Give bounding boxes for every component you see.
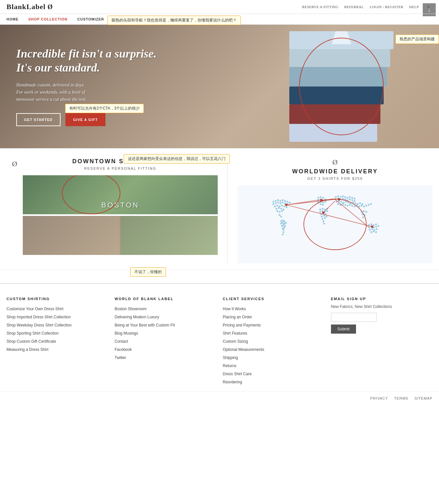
footer-link-facebook[interactable]: Facebook [115,347,132,352]
svg-rect-117 [363,206,365,207]
svg-rect-112 [351,205,353,206]
svg-rect-55 [324,201,326,203]
email-submit-button[interactable]: Submit [331,325,356,334]
svg-line-144 [286,199,335,205]
list-item: Contact [115,338,216,344]
svg-rect-54 [322,202,324,203]
svg-rect-37 [281,225,283,227]
showroom-aerial-image[interactable]: BOSTON [23,175,218,214]
svg-rect-4 [282,199,283,201]
footer-link-weekday[interactable]: Shop Weekday Dress Shirt Collection [7,323,72,327]
svg-rect-11 [280,203,281,204]
footer-link-customize[interactable]: Customize Your Own Dress Shirt [7,307,63,311]
get-started-button[interactable]: GET STARTED [16,113,61,126]
list-item: Being at Your Best with Custom Fit [115,322,216,328]
nav-customizer[interactable]: CUSTOMIZER [77,17,104,21]
footer-link-boston[interactable]: Boston Showroom [115,307,146,311]
svg-rect-136 [369,229,371,231]
list-item: Customize Your Own Dress Shirt [7,306,108,312]
svg-rect-119 [368,204,369,206]
svg-rect-19 [283,206,285,207]
shirt-layer-5 [289,104,380,124]
sitemap-link[interactable]: SITEMAP [415,396,432,400]
svg-rect-46 [320,196,322,198]
footer-link-gift[interactable]: Shop Custom Gift Certificate [7,339,56,344]
footer-col2-links: Boston Showroom Delivering Modern Luxury… [115,306,216,360]
footer-link-delivering[interactable]: Delivering Modern Luxury [115,315,159,319]
footer-link-pricing[interactable]: Pricing and Payments [223,323,261,327]
footer-link-twitter[interactable]: Twitter [115,355,126,360]
svg-rect-18 [281,205,283,206]
interior-right [121,216,218,255]
footer-link-returns[interactable]: Returns [223,364,237,368]
email-signup-input[interactable] [331,313,377,322]
nav-home[interactable]: HOME [7,17,19,21]
footer-link-imported[interactable]: Shop Imported Dress Shirt Collection [7,315,71,319]
give-gift-button[interactable]: GIVE A GIFT [65,113,106,126]
svg-rect-106 [337,203,339,205]
svg-rect-38 [283,224,284,226]
footer-link-placing-order[interactable]: Placing an Order [223,315,252,319]
nav-shop-collection[interactable]: SHOP COLLECTION [28,17,68,21]
svg-rect-13 [284,203,286,204]
footer-link-shipping[interactable]: Shipping [223,355,238,360]
footer-link-measuring[interactable]: Measuring a Dress Shirt [7,347,48,352]
help-link[interactable]: HELP [409,5,419,9]
footer-link-best[interactable]: Being at Your Best with Custom Fit [115,323,175,327]
showroom-interior-image[interactable] [23,216,218,255]
footer-col-client-services: CLIENT SERVICES How It Works Placing an … [223,297,324,385]
svg-rect-76 [335,196,337,198]
email-signup-title: EMAIL SIGN UP [331,297,432,301]
svg-rect-60 [324,209,326,210]
terms-link[interactable]: TERMS [394,396,408,400]
list-item: Shop Imported Dress Shirt Collection [7,314,108,320]
login-register-link[interactable]: LOGIN / REGISTER [370,5,403,9]
svg-rect-0 [273,201,274,203]
reserve-fitting-link[interactable]: RESERVE A FITTING [302,5,338,9]
footer-col-custom-shirting: CUSTOM SHIRTING Customize Your Own Dress… [7,297,108,385]
referral-link[interactable]: REFERRAL [344,5,364,9]
cart-icon[interactable]: 0 [425,4,432,10]
svg-rect-5 [284,200,286,202]
footer-top: CUSTOM SHIRTING Customize Your Own Dress… [0,284,439,391]
svg-rect-118 [365,205,367,206]
svg-rect-92 [351,199,353,201]
header-nav-right: RESERVE A FITTING REFERRAL LOGIN / REGIS… [302,4,432,10]
svg-rect-113 [354,206,355,207]
svg-rect-130 [375,224,377,225]
privacy-link[interactable]: PRIVACY [370,396,388,400]
footer-link-dress-shirt-care[interactable]: Dress Shirt Care [223,372,252,376]
site-logo[interactable]: BlankLabel Ø [7,3,53,11]
svg-rect-138 [374,229,375,231]
svg-rect-43 [283,232,284,233]
svg-rect-62 [320,211,321,213]
delivery-subtitle: GET 3 SHIRTS FOR $250 [238,177,432,180]
svg-rect-77 [337,195,339,197]
world-map [238,185,432,263]
svg-rect-65 [326,210,328,212]
svg-rect-128 [371,224,372,225]
footer-link-custom-sizing[interactable]: Custom Sizing [223,339,248,344]
footer-link-blog[interactable]: Blog Musings [115,331,138,336]
svg-rect-70 [323,215,325,217]
list-item: Custom Sizing [223,338,324,344]
svg-point-153 [371,226,373,228]
svg-rect-81 [347,197,349,199]
footer-link-sporting[interactable]: Shop Sporting Shirt Collection [7,331,59,336]
svg-rect-56 [320,203,322,205]
list-item: Placing an Order [223,314,324,320]
footer-link-reordering[interactable]: Reordering [223,380,242,384]
svg-rect-59 [322,208,323,210]
footer-link-how-it-works[interactable]: How It Works [223,307,246,311]
footer-link-optional-measurements[interactable]: Optional Measurements [223,347,264,352]
hero-title: Incredible fit isn't a surprise.It's our… [16,47,157,75]
mid-symbol-left: Ø [12,160,17,168]
footer-link-contact[interactable]: Contact [115,339,128,344]
list-item: Optional Measurements [223,346,324,352]
svg-rect-2 [277,199,279,201]
svg-rect-139 [376,228,378,230]
showrooms-subtitle: RESERVE A PERSONAL FITTING [23,166,218,170]
svg-line-148 [323,201,335,213]
footer-link-shirt-features[interactable]: Shirt Features [223,331,247,336]
list-item: Shipping [223,354,324,360]
